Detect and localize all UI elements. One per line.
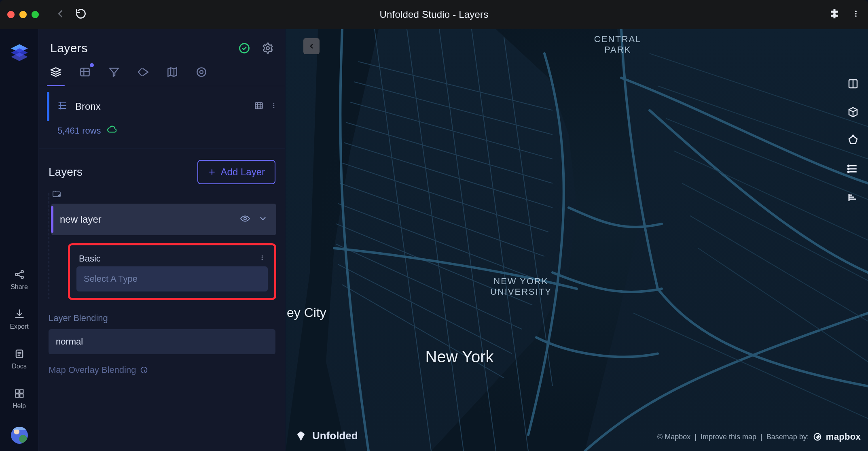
svg-point-30 (852, 135, 854, 137)
map-panel-collapse-button[interactable] (303, 38, 320, 54)
layer-blending-section: Layer Blending normal (39, 304, 285, 356)
label-ey-city-partial: ey City (287, 305, 326, 320)
dataset-subrow: 5,461 rows (39, 121, 285, 141)
tab-geocode[interactable] (195, 66, 208, 86)
layer-type-select[interactable]: Select A Type (76, 266, 268, 291)
cloud-icon[interactable] (107, 124, 117, 137)
svg-point-26 (262, 257, 263, 259)
tab-columns[interactable] (78, 66, 91, 86)
layers-tree: new layer Basic (39, 186, 285, 304)
legend-toggle-button[interactable] (847, 163, 859, 175)
reload-button[interactable] (75, 8, 87, 21)
basemap[interactable] (286, 29, 868, 451)
label-central-park: CENTRAL PARK (565, 34, 670, 55)
svg-point-32 (848, 168, 849, 170)
attrib-sep1: | (694, 433, 697, 441)
svg-point-18 (197, 68, 205, 76)
avatar[interactable] (11, 427, 28, 444)
svg-point-0 (855, 11, 857, 12)
basic-type-panel: Basic Select A Type (68, 243, 276, 300)
tab-layers[interactable] (49, 66, 62, 86)
kebab-menu-icon[interactable] (852, 9, 860, 21)
titlebar: Unfolded Studio - Layers (0, 0, 868, 29)
svg-point-31 (848, 165, 849, 166)
svg-point-21 (273, 103, 275, 104)
rail-export[interactable]: Export (0, 304, 38, 335)
brand-text: Unfolded (312, 430, 358, 442)
svg-rect-10 (20, 394, 23, 397)
add-layer-button[interactable]: Add Layer (197, 160, 275, 184)
section-title: Layers (49, 166, 83, 179)
mapbox-logo[interactable]: mapbox (813, 432, 861, 442)
title-left: Unfolded Studio (380, 9, 450, 20)
basic-section-label: Basic (79, 253, 101, 264)
svg-point-25 (262, 255, 263, 257)
window-zoom-button[interactable] (32, 11, 39, 18)
status-check-icon[interactable] (238, 42, 250, 54)
svg-point-13 (19, 435, 27, 443)
dataset-accent-bar (47, 92, 49, 121)
split-map-button[interactable] (847, 78, 859, 90)
attrib-improve-link[interactable]: Improve this map (701, 433, 756, 441)
svg-point-23 (273, 107, 275, 108)
layer-card-new-layer[interactable]: new layer (51, 204, 276, 235)
svg-rect-20 (255, 102, 262, 108)
dataset-rows: 5,461 rows (57, 126, 101, 136)
svg-point-27 (262, 259, 263, 260)
sidebar-panel: Layers (39, 29, 286, 451)
dataset-table-icon[interactable] (254, 100, 264, 113)
tab-filters[interactable] (108, 66, 121, 86)
dataset-kebab-icon[interactable] (271, 101, 277, 112)
app-logo-icon[interactable] (8, 41, 31, 64)
window-close-button[interactable] (7, 11, 15, 18)
basic-kebab-icon[interactable] (259, 253, 265, 264)
tree-guide (49, 193, 49, 299)
mapbox-text: mapbox (826, 432, 861, 442)
view-3d-button[interactable] (847, 106, 859, 118)
svg-point-19 (200, 70, 203, 74)
nav-back-button[interactable] (54, 8, 66, 21)
extensions-icon[interactable] (828, 8, 840, 21)
section-layers-head: Layers Add Layer (39, 149, 285, 186)
map-area[interactable]: CENTRAL PARK NEW YORK UNIVERSITY ey City… (286, 29, 868, 451)
settings-button[interactable] (262, 42, 274, 54)
label-ny: New York (426, 348, 494, 366)
attrib-copyright[interactable]: © Mapbox (657, 433, 690, 441)
dot-indicator-icon (90, 63, 94, 67)
draw-polygon-button[interactable] (847, 134, 859, 147)
chart-button[interactable] (847, 191, 859, 203)
chevron-down-icon[interactable] (258, 214, 267, 225)
svg-rect-9 (15, 394, 19, 397)
traffic-lights (7, 11, 39, 18)
overlay-blending-row[interactable]: Map Overlay Blending (39, 356, 285, 375)
rail-help[interactable]: Help (0, 383, 38, 415)
title-right: Layers (459, 9, 488, 20)
visibility-toggle[interactable] (240, 213, 250, 226)
label-nyu: NEW YORK UNIVERSITY (460, 276, 582, 297)
layer-accent-bar (51, 206, 53, 233)
svg-point-16 (266, 47, 269, 50)
layer-type-placeholder: Select A Type (84, 274, 138, 284)
svg-point-33 (848, 171, 849, 172)
rail-docs-label: Docs (12, 363, 26, 370)
rail-share[interactable]: Share (0, 264, 38, 296)
tree-add-group[interactable] (48, 189, 276, 199)
title-sep: - (453, 9, 459, 20)
svg-rect-7 (15, 390, 19, 393)
tab-basemap[interactable] (166, 66, 179, 86)
layer-name[interactable]: new layer (60, 214, 102, 225)
dataset-row[interactable]: Bronx (39, 86, 285, 121)
rail-docs[interactable]: Docs (0, 343, 38, 375)
svg-rect-8 (20, 390, 23, 393)
window-minimize-button[interactable] (19, 11, 27, 18)
dataset-icon (57, 100, 68, 113)
layer-blending-select[interactable]: normal (49, 329, 275, 354)
svg-point-24 (244, 217, 246, 220)
layer-blending-value: normal (56, 336, 83, 347)
rail-help-label: Help (13, 402, 26, 410)
svg-point-22 (273, 105, 275, 106)
left-rail: Share Export Docs Help (0, 29, 39, 451)
attrib-sep2: | (760, 433, 762, 441)
svg-point-2 (855, 15, 857, 17)
tab-interactions[interactable] (137, 66, 150, 86)
